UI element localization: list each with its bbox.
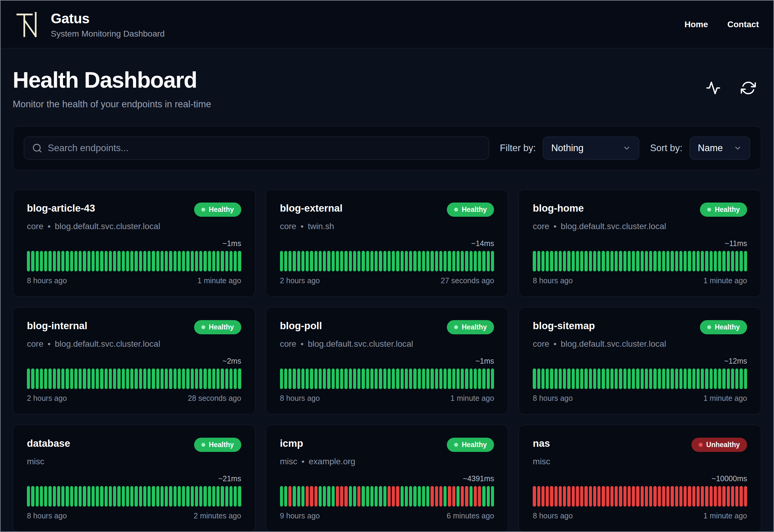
search-input[interactable] xyxy=(48,143,481,154)
status-label: Healthy xyxy=(715,323,740,331)
uptime-bar-up xyxy=(619,368,622,389)
uptime-bar-up xyxy=(550,368,553,389)
sort-select[interactable]: Name xyxy=(690,137,750,160)
uptime-bar-up xyxy=(336,251,339,271)
uptime-bar-up xyxy=(688,368,691,389)
uptime-bar-up xyxy=(57,486,60,507)
time-end: 1 minute ago xyxy=(703,394,747,403)
activity-icon[interactable] xyxy=(706,80,721,96)
uptime-bar-up xyxy=(212,368,215,389)
uptime-bar-up xyxy=(156,251,159,271)
uptime-bar-up xyxy=(165,486,168,507)
uptime-bar-up xyxy=(452,251,455,271)
endpoint-card[interactable]: blog-poll Healthy core • blog.default.sv… xyxy=(266,307,509,414)
uptime-bar-up xyxy=(152,368,155,389)
filter-select[interactable]: Nothing xyxy=(543,137,639,160)
endpoint-card[interactable]: blog-internal Healthy core • blog.defaul… xyxy=(13,307,255,414)
uptime-bar-up xyxy=(658,368,661,389)
uptime-bar-up xyxy=(66,368,69,389)
uptime-bar-up xyxy=(238,251,241,271)
uptime-bar-up xyxy=(349,486,352,507)
uptime-bar-up xyxy=(653,251,656,271)
uptime-bar-up xyxy=(109,251,112,271)
endpoint-card[interactable]: blog-article-43 Healthy core • blog.defa… xyxy=(13,190,255,297)
endpoint-card[interactable]: blog-external Healthy core • twin.sh ~14… xyxy=(266,190,509,297)
uptime-bar-up xyxy=(559,251,562,271)
uptime-bar-up xyxy=(336,368,339,389)
uptime-bar-up xyxy=(692,251,695,271)
uptime-bar-up xyxy=(370,486,373,507)
uptime-bar-down xyxy=(692,486,695,507)
uptime-bar-up xyxy=(418,486,421,507)
time-end: 1 minute ago xyxy=(450,394,494,403)
uptime-bar-down xyxy=(344,486,347,507)
uptime-bar-up xyxy=(641,368,644,389)
uptime-bar-up xyxy=(567,368,570,389)
uptime-bar-up xyxy=(615,251,618,271)
uptime-bar-up xyxy=(27,251,30,271)
uptime-bar-up xyxy=(199,486,202,507)
uptime-bar-up xyxy=(606,368,609,389)
uptime-bar-up xyxy=(135,368,138,389)
uptime-bar-up xyxy=(293,486,296,507)
uptime-bar-down xyxy=(649,486,652,507)
uptime-bar-up xyxy=(44,251,47,271)
uptime-bar-up xyxy=(576,368,579,389)
endpoint-name: blog-internal xyxy=(27,320,87,332)
endpoint-card[interactable]: blog-sitemap Healthy core • blog.default… xyxy=(519,307,761,414)
uptime-bar-up xyxy=(57,368,60,389)
endpoint-card[interactable]: blog-home Healthy core • blog.default.sv… xyxy=(519,190,761,297)
uptime-bar-up xyxy=(113,251,116,271)
nav-link-contact[interactable]: Contact xyxy=(727,20,759,29)
uptime-bar-up xyxy=(550,251,553,271)
uptime-bar-down xyxy=(722,486,725,507)
status-dot-icon xyxy=(201,208,205,212)
uptime-bar-up xyxy=(83,368,86,389)
nav-link-home[interactable]: Home xyxy=(685,20,708,29)
card-foot: 8 hours ago 1 minute ago xyxy=(27,276,241,285)
uptime-bar-up xyxy=(474,368,477,389)
uptime-bar-down xyxy=(584,486,587,507)
uptime-bar-down xyxy=(567,486,570,507)
uptime-bar-up xyxy=(126,368,129,389)
endpoint-card[interactable]: icmp Healthy misc • example.org ~4391ms … xyxy=(266,425,509,532)
uptime-bar-up xyxy=(470,486,473,507)
uptime-bar-up xyxy=(344,251,347,271)
refresh-icon[interactable] xyxy=(741,80,756,96)
endpoint-host: blog.default.svc.cluster.local xyxy=(561,339,666,349)
uptime-bar-up xyxy=(216,486,220,507)
endpoint-card[interactable]: database Healthy misc ~21ms 8 hours ago … xyxy=(13,425,255,532)
endpoint-card[interactable]: nas Unhealthy misc ~10000ms 8 hours ago … xyxy=(519,425,761,532)
uptime-bar-up xyxy=(701,368,704,389)
uptime-bar-up xyxy=(362,251,365,271)
uptime-bar-up xyxy=(83,251,86,271)
uptime-bar-up xyxy=(491,368,494,389)
uptime-bar-up xyxy=(340,368,343,389)
uptime-bar-up xyxy=(537,251,540,271)
uptime-bar-up xyxy=(203,251,207,271)
tn-monogram-logo xyxy=(15,11,43,38)
endpoint-host: blog.default.svc.cluster.local xyxy=(55,222,160,231)
uptime-bar-up xyxy=(191,486,194,507)
uptime-bar-up xyxy=(238,368,241,389)
uptime-bar-up xyxy=(40,251,43,271)
uptime-bar-up xyxy=(684,368,687,389)
uptime-bar-up xyxy=(554,368,558,389)
uptime-bar-up xyxy=(714,251,717,271)
card-top: nas Unhealthy xyxy=(533,438,747,452)
uptime-bar-up xyxy=(563,251,566,271)
card-foot: 8 hours ago 1 minute ago xyxy=(533,394,747,403)
uptime-bar-up xyxy=(602,368,605,389)
sort-select-value: Name xyxy=(698,143,723,154)
uptime-bar-up xyxy=(327,486,330,507)
uptime-bar-down xyxy=(610,486,613,507)
uptime-bar-up xyxy=(130,251,133,271)
uptime-bar-up xyxy=(628,368,631,389)
status-dot-icon xyxy=(454,325,458,329)
uptime-bar-down xyxy=(628,486,631,507)
card-top: icmp Healthy xyxy=(280,438,494,452)
uptime-bar-up xyxy=(405,486,408,507)
endpoint-meta: misc • example.org xyxy=(280,457,494,466)
status-dot-icon xyxy=(707,325,711,329)
uptime-bar-up xyxy=(66,251,69,271)
